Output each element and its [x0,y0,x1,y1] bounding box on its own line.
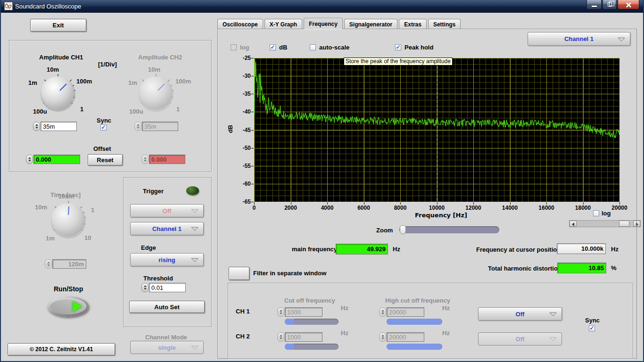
ch1-scale-1m: 1m [28,79,37,86]
tab-extras[interactable]: Extras [399,19,427,29]
ch2-scale-100m: 100m [175,78,191,85]
chevron-down-icon [191,346,198,350]
window-title: Soundcard Oszilloscope [15,3,81,10]
ch2-scale-100u: 100u [129,108,143,115]
ch2-amplitude-spinner [134,122,141,131]
app-icon [4,2,13,10]
time-spinner [45,259,52,269]
trigger-mode-value: Off [163,207,172,214]
trigger-edge-value: rising [158,256,175,263]
time-scale-1m: 1m [46,235,55,242]
tab-settings[interactable]: Settings [428,19,461,29]
channel-mode-dropdown: single [130,341,204,354]
ch1-scale-100m: 100m [76,78,92,85]
edge-label: Edge [141,244,156,251]
ch1-amplitude-spinner[interactable] [33,122,40,131]
close-icon [626,2,631,8]
restore-button[interactable] [603,0,617,9]
trigger-source-value: Channel 1 [152,225,182,232]
minimize-button[interactable] [586,0,602,9]
auto-set-button[interactable]: Auto Set [129,301,205,313]
run-stop-label: Run/Stop [54,285,83,293]
time-scale-10m: 10m [35,204,47,211]
trigger-mode-dropdown[interactable]: Off [130,204,204,217]
ch1-amplitude-field[interactable]: 35m [41,122,77,131]
trigger-title: Trigger [143,188,164,195]
tab-bar: Oscilloscope X-Y Graph Frequency Signalg… [217,18,462,29]
chevron-down-icon [191,227,198,231]
app-window: Soundcard Oszilloscope Exit Amplitude CH… [0,0,644,362]
threshold-spinner[interactable] [141,283,149,292]
tab-xy-graph[interactable]: X-Y Graph [264,19,302,29]
run-stop-button[interactable] [47,296,89,317]
ch2-scale-1m: 1m [128,79,137,86]
ch1-scale-1: 1 [80,106,83,113]
ch2-offset-spinner [141,155,149,164]
close-button[interactable] [618,0,639,9]
trigger-source-dropdown[interactable]: Channel 1 [130,222,204,235]
minimize-icon [592,6,597,7]
peak-hold-tooltip: Store the peak of the frequency amplitud… [344,58,453,66]
tab-frequency[interactable]: Frequency [304,18,343,29]
frequency-tab-panel [217,29,637,359]
copyright-button[interactable]: © 2012 C. Zeitnitz V1.41 [8,343,115,355]
title-bar: Soundcard Oszilloscope [1,0,643,13]
threshold-field[interactable]: 0.01 [149,283,186,292]
ch2-offset-display: 0.000 [149,155,185,164]
restore-icon [608,2,612,7]
sync-checkbox[interactable] [100,124,107,131]
time-scale-100m: 100m [58,193,74,200]
amplitude-ch2-title: Amplitude CH2 [138,54,182,61]
chevron-down-icon [191,209,198,213]
amplitude-ch1-title: Amplitude CH1 [39,54,83,61]
time-field: 120m [52,259,86,269]
time-scale-10: 10 [84,234,91,241]
trigger-led [186,186,199,195]
chevron-down-icon [191,258,198,262]
offset-label: Offset [93,145,111,152]
tab-signalgenerator[interactable]: Signalgenerator [344,19,397,29]
play-icon [73,301,82,312]
ch1-offset-display: 0.000 [33,155,80,164]
ch2-scale-10m: 10m [148,66,160,73]
time-scale-1: 1 [91,206,94,214]
ch1-scale-10m: 10m [47,66,59,73]
tab-oscilloscope[interactable]: Oscilloscope [217,19,263,29]
ch2-scale-1: 1 [176,106,180,113]
trigger-edge-dropdown[interactable]: rising [130,253,204,266]
threshold-label: Threshold [143,275,173,282]
ch1-scale-100u: 100u [33,108,47,115]
ch1-offset-spinner[interactable] [26,155,33,164]
exit-button[interactable]: Exit [30,19,86,32]
ch2-amplitude-field: 35m [142,122,178,131]
per-div-label: [1/Div] [98,61,117,68]
channel-mode-label: Channel Mode [145,334,187,341]
sync-label: Sync [97,117,111,124]
offset-reset-button[interactable]: Reset [88,154,123,165]
channel-mode-value: single [158,344,176,351]
